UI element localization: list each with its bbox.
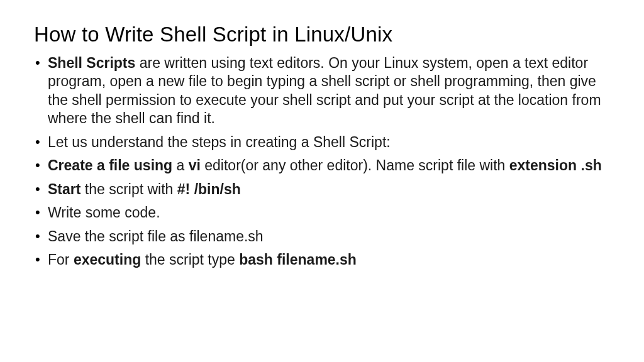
bold-text: Shell Scripts [48, 55, 135, 71]
bold-text: vi [189, 157, 201, 173]
bold-text: bash filename.sh [239, 251, 357, 268]
body-text: Save the script file as filename.sh [48, 228, 264, 244]
list-item: Start the script with #! /bin/sh [34, 180, 610, 199]
bullet-list: Shell Scripts are written using text edi… [34, 54, 610, 269]
body-text: the script type [141, 251, 239, 268]
list-item: For executing the script type bash filen… [34, 251, 610, 269]
body-text: Write some code. [48, 204, 160, 221]
bold-text: executing [74, 251, 141, 268]
list-item: Write some code. [34, 204, 610, 222]
list-item: Create a file using a vi editor(or any o… [34, 156, 610, 175]
list-item: Let us understand the steps in creating … [34, 133, 610, 151]
body-text: editor(or any other editor). Name script… [201, 157, 509, 173]
bold-text: extension .sh [509, 157, 602, 173]
list-item: Save the script file as filename.sh [34, 228, 610, 246]
body-text: For [48, 251, 74, 268]
body-text: the script with [80, 181, 177, 197]
body-text: a [172, 157, 189, 173]
bold-text: Start [48, 181, 80, 197]
bold-text: Create a file using [48, 157, 172, 173]
body-text: Let us understand the steps in creating … [48, 134, 391, 150]
list-item: Shell Scripts are written using text edi… [34, 54, 610, 128]
slide-title: How to Write Shell Script in Linux/Unix [34, 23, 610, 47]
bold-text: #! /bin/sh [177, 181, 241, 197]
